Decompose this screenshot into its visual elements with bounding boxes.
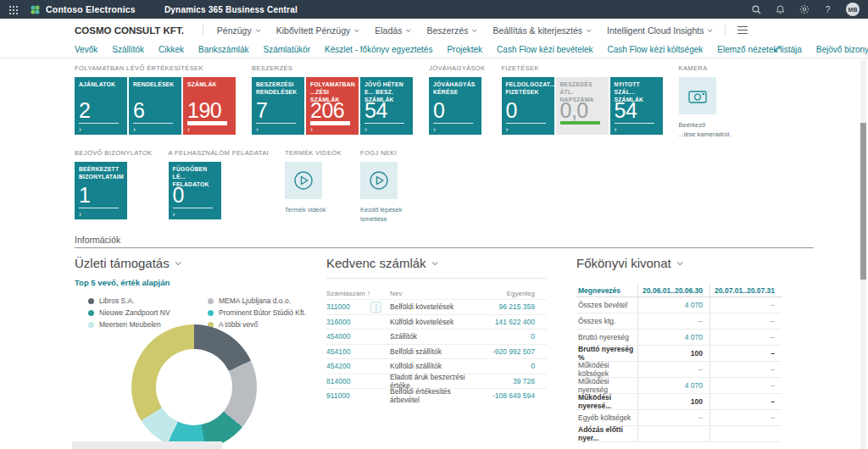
company-name[interactable]: COSMO CONSULT KFT. — [75, 25, 184, 36]
balance-link[interactable]: 39 726 — [479, 377, 547, 385]
table-header: Számlaszám ↑ Név Egyenleg — [326, 287, 547, 299]
quick-link-vevok[interactable]: Vevők — [75, 45, 97, 54]
chevron-right-icon — [133, 125, 136, 134]
account-no-link[interactable]: 454200 — [326, 362, 370, 370]
balance-link[interactable]: 96 215 359 — [479, 302, 547, 311]
menu-penzugy[interactable]: Pénzügy — [217, 25, 259, 36]
avatar[interactable]: MB — [846, 3, 860, 16]
quick-link-projektek[interactable]: Projektek — [447, 45, 482, 54]
chevron-right-icon — [79, 125, 81, 134]
chart-legend: Libros S.A. MEMA Ljubljana d.o.o. Nieuwe… — [88, 297, 314, 329]
tile-jovahagyas-kerese[interactable]: JÓVÁHAGYÁS KÉRÉSE 0 — [429, 77, 481, 135]
row-menu-icon[interactable] — [370, 302, 381, 313]
quick-link-szallitok[interactable]: Szállítók — [112, 45, 144, 54]
product-videos-tile[interactable] — [285, 162, 322, 199]
balance-link[interactable]: -108 649 594 — [479, 391, 547, 400]
scrollbar-thumb[interactable] — [860, 123, 866, 280]
cutoff-element — [72, 441, 222, 449]
quick-link-cashflow-koltsegek[interactable]: Cash Flow kézi költségek — [607, 45, 703, 54]
tile-folyamatban-beszerzesi-szamlak[interactable]: FOLYAMATBAN ...ZÉSI SZÁMLÁK 206 — [306, 77, 359, 135]
legend-item: Prominent Bútor Stúdió Kft. — [208, 308, 314, 317]
hamburger-menu-icon[interactable] — [737, 26, 748, 34]
divider — [203, 25, 203, 36]
table-row: 316000 Külföldi követelések 141 622 400 — [326, 314, 547, 330]
getting-started-link[interactable]: Kezdő lépések ismétlése — [360, 206, 420, 224]
product-title: Dynamics 365 Business Central — [164, 5, 298, 14]
camera-tile[interactable] — [679, 77, 716, 114]
card-title-uzleti-tamogatas[interactable]: Üzleti támogatás — [75, 256, 314, 270]
camera-caption: Beérkező ...lése kamerádról. — [679, 121, 738, 139]
chevron-down-icon — [676, 259, 682, 265]
search-icon[interactable] — [751, 4, 762, 15]
chevron-down-icon — [708, 27, 713, 32]
card-kedvenc-szamlak: Kedvenc számlák Számlaszám ↑ Név Egyenle… — [326, 256, 547, 403]
balance-link[interactable]: 0 — [479, 362, 547, 370]
chevron-down-icon — [587, 27, 592, 32]
card-title-kedvenc-szamlak[interactable]: Kedvenc számlák — [326, 256, 547, 270]
section-divider — [75, 247, 814, 248]
menu-beszerzes[interactable]: Beszerzés — [426, 25, 476, 36]
help-icon[interactable]: ? — [822, 4, 833, 15]
tile-rendelesek[interactable]: RENDELÉSEK 6 — [129, 77, 181, 135]
tile-szamlak[interactable]: SZÁMLÁK 190 — [183, 77, 236, 135]
quick-link-bankszamlak[interactable]: Bankszámlák — [198, 45, 248, 54]
gl-table: Megnevezés 20.06.01..20.06.30 20.07.01..… — [576, 284, 782, 442]
tile-fuggoben-levo-feladatok[interactable]: FÜGGŐBEN LÉ... FELADATOK 0 — [169, 162, 221, 219]
donut-chart[interactable] — [131, 324, 257, 449]
group-label: FOGJ NEKI — [360, 149, 420, 157]
tile-feldolgozatlan-fizetesek[interactable]: FELDOLGOZAT... FIZETÉSEK 0 — [502, 77, 554, 135]
group-label: A FELHASZNÁLÓM FELADATAI — [169, 149, 270, 157]
tile-beerkezett-bizonylataim[interactable]: BEÉRKEZETT BIZONYLATAIM 1 — [75, 162, 127, 219]
chevron-right-icon — [187, 125, 190, 134]
chevron-down-icon — [406, 27, 411, 32]
notifications-bell-icon[interactable] — [775, 4, 786, 15]
play-icon — [292, 169, 314, 191]
quick-link-szamlatukor[interactable]: Számlatükör — [264, 45, 311, 54]
account-no-link[interactable]: 454100 — [326, 347, 370, 356]
balance-link[interactable]: 0 — [479, 332, 547, 341]
balance-link[interactable]: -920 992 507 — [479, 347, 547, 356]
balance-link[interactable]: 141 622 400 — [479, 318, 547, 326]
product-videos-link[interactable]: Termék videók — [285, 206, 344, 215]
chevron-right-icon — [615, 125, 617, 134]
chevron-down-icon — [256, 27, 261, 32]
account-no-link[interactable]: 316000 — [326, 318, 370, 326]
tile-beszedes-atl-napszama[interactable]: BESZEDÉS ÁTL. NAPSZÁMA 0,0 — [556, 77, 609, 135]
group-jovahagyasok: JÓVÁHAGYÁSOK JÓVÁHAGYÁS KÉRÉSE 0 — [429, 64, 486, 139]
group-fizetesek: FIZETÉSEK FELDOLGOZAT... FIZETÉSEK 0 BES… — [502, 64, 663, 139]
quick-links-row: Vevők Szállítók Cikkek Bankszámlák Száml… — [0, 42, 868, 58]
tile-beszerzesi-rendelesek[interactable]: BESZERZÉSI RENDELÉSEK 7 — [252, 77, 304, 135]
getting-started-tile[interactable] — [360, 162, 398, 199]
menu-intelligent-cloud-insights[interactable]: Intelligent Cloud Insights — [607, 25, 711, 36]
chevron-down-icon — [354, 27, 359, 32]
account-no-link[interactable]: 311000 — [326, 302, 370, 311]
account-no-link[interactable]: 911000 — [326, 391, 370, 400]
tile-ajanlatok[interactable]: AJÁNLATOK 2 — [75, 77, 127, 135]
card-title-fokonyvi-kivonat[interactable]: Főkönyvi kivonat — [576, 256, 782, 270]
settings-gear-icon[interactable] — [798, 4, 810, 15]
chevron-right-icon — [173, 210, 175, 219]
account-no-link[interactable]: 454000 — [326, 332, 370, 341]
group-label: TERMÉK VIDEÓK — [285, 149, 344, 157]
table-row: 454200 Külföldi szállítók 0 — [326, 358, 547, 374]
tile-nyitott-szallitoi-szamlak[interactable]: NYITOTT SZÁL... SZÁMLÁK 54 — [610, 77, 663, 135]
app-launcher-waffle-icon[interactable] — [8, 5, 18, 14]
quick-link-cashflow-bevetelek[interactable]: Cash Flow kézi bevételek — [497, 45, 593, 54]
chevron-down-icon — [431, 259, 437, 265]
menu-beallitas-kiterjesztes[interactable]: Beállítás & kiterjesztés — [492, 25, 590, 36]
quick-link-bejovo-bizonylatok[interactable]: Bejövő bizonylatok — [816, 45, 868, 54]
quick-link-cikkek[interactable]: Cikkek — [159, 45, 184, 54]
group-bejovo-bizonylatok: BEJÖVŐ BIZONYLATOK BEÉRKEZETT BIZONYLATA… — [75, 149, 153, 224]
quick-link-keszlet-fokonyv[interactable]: Készlet - főkönyv egyeztetés — [325, 45, 432, 54]
menu-kibovitett-penzugy[interactable]: Kibővített Pénzügy — [276, 25, 359, 36]
tile-jovo-heten-besz-szamlak[interactable]: JÖVŐ HÉTEN E... BESZ. SZÁMLÁK 54 — [360, 77, 413, 135]
chevron-down-icon — [472, 27, 477, 32]
quick-link-elemzo-nezetek[interactable]: Elemző nézetek listája — [717, 45, 802, 54]
expand-diagonal-icon[interactable] — [772, 44, 782, 54]
group-label: JÓVÁHAGYÁSOK — [429, 64, 486, 72]
play-icon — [368, 169, 390, 191]
section-title-informaciok: Információk — [75, 235, 120, 245]
table-row: 814000 Eladott áruk beszerzési értéke 39… — [326, 374, 547, 389]
account-no-link[interactable]: 814000 — [326, 377, 370, 385]
menu-eladas[interactable]: Eladás — [375, 25, 409, 36]
